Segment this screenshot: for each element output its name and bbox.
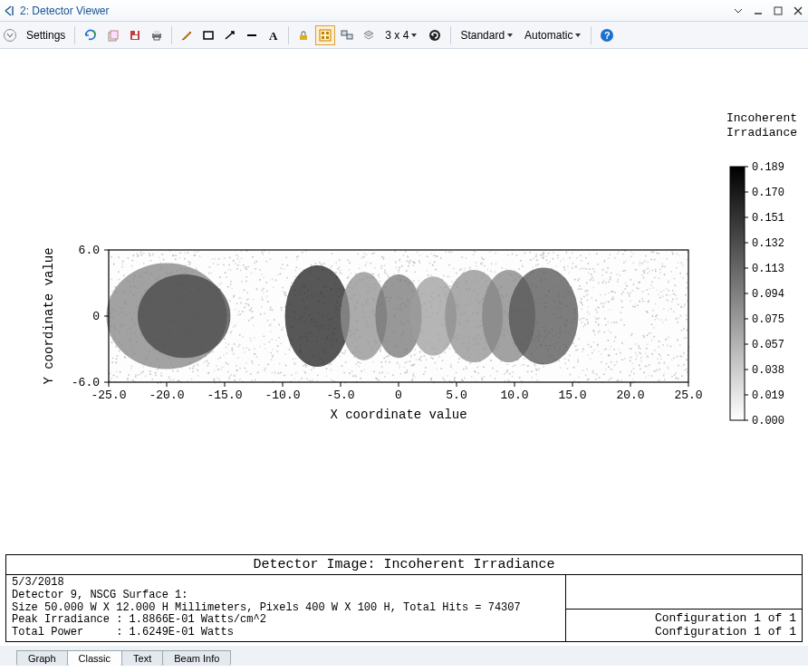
arrow-icon[interactable]: [220, 25, 240, 45]
svg-rect-122: [630, 301, 631, 302]
svg-rect-1853: [659, 272, 661, 274]
svg-rect-429: [620, 312, 622, 313]
svg-point-2226: [138, 274, 230, 358]
svg-rect-986: [321, 264, 322, 265]
help-icon[interactable]: ?: [596, 25, 618, 45]
svg-rect-1636: [237, 264, 239, 266]
svg-rect-1087: [270, 309, 272, 311]
svg-rect-926: [620, 274, 621, 276]
svg-rect-2142: [440, 257, 442, 259]
svg-rect-177: [657, 359, 659, 360]
svg-rect-542: [306, 379, 308, 380]
refresh-circle-icon[interactable]: [424, 25, 446, 45]
svg-rect-375: [594, 317, 596, 319]
tab-text[interactable]: Text: [121, 650, 163, 666]
print-icon[interactable]: [147, 25, 167, 45]
svg-rect-1287: [654, 277, 656, 279]
svg-rect-826: [399, 260, 400, 262]
svg-rect-1058: [230, 283, 232, 285]
svg-rect-224: [651, 323, 653, 325]
svg-rect-1061: [631, 333, 633, 335]
svg-rect-833: [357, 253, 359, 254]
svg-rect-1468: [252, 311, 254, 312]
svg-rect-75: [360, 362, 361, 364]
svg-rect-1881: [629, 295, 630, 297]
svg-rect-1672: [543, 366, 544, 368]
svg-rect-1850: [384, 376, 386, 378]
copy-icon[interactable]: [103, 25, 123, 45]
svg-rect-1960: [399, 367, 400, 369]
svg-rect-230: [204, 361, 206, 363]
text-icon[interactable]: A: [264, 25, 284, 45]
svg-rect-93: [593, 350, 595, 351]
lock-icon[interactable]: [293, 25, 313, 45]
svg-rect-334: [610, 331, 611, 333]
refresh-icon[interactable]: [80, 25, 101, 45]
settings-button[interactable]: Settings: [22, 25, 70, 45]
rectangle-icon[interactable]: [198, 25, 218, 45]
svg-rect-667: [581, 288, 582, 290]
svg-rect-352: [373, 371, 375, 373]
line-icon[interactable]: [242, 25, 262, 45]
svg-rect-1919: [339, 270, 341, 272]
plot-area[interactable]: -25.0-20.0-15.0-10.0-5.005.010.015.020.0…: [0, 49, 808, 554]
scale-mode-dropdown[interactable]: Automatic: [520, 25, 586, 45]
svg-rect-1421: [384, 270, 386, 272]
svg-rect-1033: [575, 266, 577, 268]
svg-rect-1772: [237, 346, 239, 348]
svg-rect-2112: [263, 288, 265, 290]
svg-rect-1703: [218, 258, 220, 260]
tab-classic[interactable]: Classic: [67, 650, 122, 666]
svg-rect-1041: [248, 266, 250, 268]
svg-rect-489: [658, 293, 659, 295]
svg-rect-1925: [261, 299, 263, 301]
svg-rect-60: [277, 345, 279, 347]
svg-rect-508: [651, 282, 653, 283]
window-layout-icon[interactable]: [337, 25, 357, 45]
svg-rect-997: [686, 369, 688, 370]
svg-rect-452: [620, 371, 621, 373]
svg-rect-1626: [234, 343, 236, 345]
svg-rect-592: [677, 322, 678, 323]
svg-rect-410: [250, 338, 252, 340]
svg-rect-1150: [178, 257, 180, 259]
pencil-icon[interactable]: [177, 25, 197, 45]
svg-rect-288: [589, 268, 591, 270]
svg-rect-737: [469, 362, 471, 364]
maximize-button[interactable]: [772, 5, 784, 17]
svg-rect-430: [387, 372, 389, 374]
svg-rect-1348: [586, 283, 588, 284]
save-icon[interactable]: [125, 25, 145, 45]
tab-graph[interactable]: Graph: [16, 650, 68, 666]
svg-text:?: ?: [604, 30, 611, 41]
close-button[interactable]: [792, 5, 804, 17]
svg-rect-79: [495, 264, 497, 265]
svg-rect-59: [614, 292, 616, 293]
zoom-fit-icon[interactable]: [315, 25, 335, 45]
grid-size-dropdown[interactable]: 3 x 4: [380, 25, 422, 45]
dropdown-window-icon[interactable]: [732, 5, 745, 17]
svg-rect-1952: [172, 255, 174, 257]
svg-rect-704: [543, 256, 545, 258]
tab-beam-info[interactable]: Beam Info: [162, 650, 231, 666]
view-mode-dropdown[interactable]: Standard: [456, 25, 518, 45]
svg-rect-1519: [586, 268, 588, 270]
svg-rect-1453: [645, 255, 647, 257]
svg-rect-1987: [248, 299, 250, 301]
colorbar-label: Irradiance: [726, 126, 797, 139]
minimize-button[interactable]: [752, 5, 765, 17]
svg-rect-1566: [237, 314, 239, 316]
svg-rect-2091: [630, 335, 632, 337]
svg-rect-872: [553, 258, 554, 260]
svg-rect-867: [549, 261, 551, 263]
svg-rect-1968: [605, 369, 607, 370]
layers-icon[interactable]: [359, 25, 379, 45]
svg-rect-1104: [680, 355, 682, 357]
svg-rect-337: [608, 281, 610, 283]
expand-settings-icon[interactable]: [4, 29, 16, 42]
svg-rect-366: [654, 370, 656, 372]
svg-rect-1837: [620, 352, 621, 354]
svg-rect-282: [446, 251, 447, 253]
svg-rect-1152: [219, 276, 221, 278]
svg-rect-1754: [236, 365, 237, 367]
